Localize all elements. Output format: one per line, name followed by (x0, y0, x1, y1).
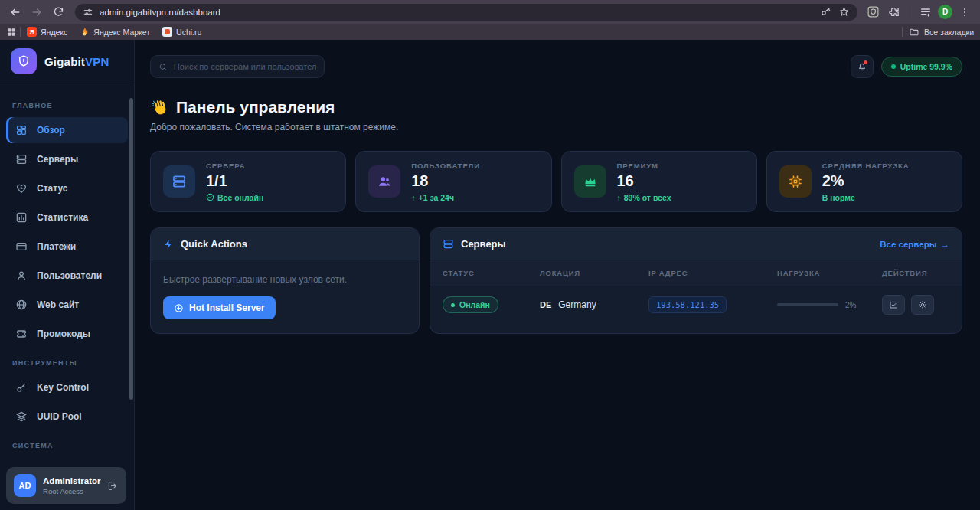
hot-install-server-button[interactable]: Hot Install Server (163, 296, 276, 319)
server-icon (15, 153, 28, 165)
location-name: Germany (558, 299, 596, 310)
kebab-menu-icon (959, 7, 970, 18)
sidebar-item-servers[interactable]: Серверы (6, 146, 128, 172)
servers-panel-header: Серверы Все серверы → (430, 228, 962, 260)
server-stats-button[interactable] (882, 295, 905, 315)
bookmarks-bar: Я Яндекс Яндекс Маркет Uchi.ru Все закла… (0, 24, 980, 40)
all-bookmarks-label: Все закладки (924, 28, 974, 37)
server-settings-button[interactable] (911, 295, 934, 315)
admin-avatar: AD (14, 474, 36, 497)
url-bar[interactable]: admin.gigabitvpn.ru/dashboard (75, 4, 858, 21)
server-icon (443, 238, 454, 250)
column-location: ЛОКАЦИЯ (540, 269, 648, 277)
sidebar-item-label: Web сайт (37, 299, 79, 310)
bookmark-label: Яндекс Маркет (93, 28, 150, 37)
bolt-icon (163, 239, 174, 250)
user-icon (15, 270, 28, 282)
arrow-up-icon: ↑ (411, 193, 415, 202)
sidebar-item-users[interactable]: Пользователи (6, 263, 128, 289)
main-content: Uptime 99.9% Панель управления Добро пож… (135, 40, 980, 510)
sidebar-item-label: Платежи (37, 241, 76, 252)
sidebar-scrollbar-thumb[interactable] (129, 98, 133, 400)
admin-meta: Administrator Root Access (43, 476, 100, 495)
passwords-key-icon[interactable] (820, 6, 832, 18)
sidebar-item-promocodes[interactable]: Промокоды (6, 321, 128, 347)
brand-logo[interactable]: GigabitVPN (0, 40, 134, 83)
shield-icon (17, 54, 31, 68)
search-input[interactable] (174, 62, 316, 71)
sidebar-item-payments[interactable]: Платежи (6, 234, 128, 260)
gear-icon (918, 300, 927, 309)
globe-icon (15, 299, 28, 311)
apps-grid-icon[interactable] (6, 27, 17, 38)
extensions-puzzle-icon[interactable] (887, 5, 900, 18)
market-flame-favicon (80, 27, 90, 37)
notification-dot (864, 60, 867, 64)
sidebar-item-key-control[interactable]: Key Control (6, 374, 128, 400)
bookmark-label: Uchi.ru (176, 28, 201, 37)
sidebar-item-website[interactable]: Web сайт (6, 292, 128, 318)
browser-toolbar: admin.gigabitvpn.ru/dashboard D (0, 0, 980, 24)
dashboard-grid-icon (15, 124, 28, 136)
search-icon (158, 62, 168, 72)
stat-value: 16 (617, 172, 671, 190)
servers-panel: Серверы Все серверы → СТАТУС ЛОКАЦИЯ IP … (430, 227, 962, 334)
yandex-favicon: Я (27, 27, 37, 37)
reload-button[interactable] (49, 3, 67, 21)
forward-arrow-icon (31, 6, 43, 18)
toolbar-divider (910, 6, 910, 18)
page-subtitle: Добро пожаловать. Система работает в шта… (150, 122, 962, 132)
stat-label: СРЕДНЯЯ НАГРУЗКА (822, 162, 910, 170)
bookmark-yandex-market[interactable]: Яндекс Маркет (80, 27, 150, 37)
brand-shield-box (11, 48, 37, 74)
sidebar-item-label: Обзор (37, 125, 65, 136)
cpu-stat-icon (779, 165, 812, 198)
browser-menu-button[interactable] (956, 3, 974, 21)
load-percent-label: 2% (845, 301, 856, 309)
sidebar-item-label: Пользователи (37, 270, 102, 281)
sidebar-item-overview[interactable]: Обзор (6, 117, 128, 143)
uptime-label: Uptime 99.9% (900, 62, 952, 71)
bookmark-star-icon[interactable] (838, 6, 850, 18)
arrow-up-icon: ↑ (617, 193, 621, 202)
sidebar-item-label: Промокоды (37, 329, 90, 339)
quick-actions-title: Quick Actions (181, 238, 247, 250)
stat-card-load: СРЕДНЯЯ НАГРУЗКА 2% В норме (766, 151, 962, 212)
bookmark-uchi[interactable]: Uchi.ru (162, 27, 201, 37)
uchi-favicon (162, 27, 172, 37)
all-bookmarks-button[interactable]: Все закладки (909, 27, 974, 38)
folder-icon (909, 27, 920, 38)
column-actions: ДЕЙСТВИЯ (882, 269, 949, 277)
sidebar-nav: ГЛАВНОЕ Обзор Серверы Статус Статистика … (0, 83, 134, 450)
sidebar: GigabitVPN ГЛАВНОЕ Обзор Серверы Статус … (0, 40, 135, 510)
adblock-shield-icon[interactable] (867, 5, 880, 18)
back-arrow-icon (9, 6, 21, 18)
page-title: Панель управления (150, 98, 962, 116)
load-progressbar (777, 303, 838, 306)
load-cell: 2% (777, 301, 882, 309)
forward-button[interactable] (28, 3, 46, 21)
sidebar-item-uuid-pool[interactable]: UUID Pool (6, 404, 128, 430)
logout-icon[interactable] (107, 480, 119, 492)
all-servers-link[interactable]: Все серверы → (880, 240, 949, 249)
servers-stat-icon (163, 165, 195, 198)
search-bar[interactable] (150, 55, 325, 78)
stat-sub: ↑ 89% от всех (617, 193, 671, 202)
bookmark-yandex[interactable]: Я Яндекс (27, 27, 67, 37)
admin-name: Administrator (43, 476, 100, 485)
stat-card-servers: СЕРВЕРА 1/1 Все онлайн (150, 151, 346, 212)
admin-profile-card[interactable]: AD Administrator Root Access (6, 467, 126, 504)
browser-profile-avatar[interactable]: D (938, 5, 952, 19)
sidebar-item-status[interactable]: Статус (6, 175, 128, 201)
side-panel-button[interactable] (916, 3, 935, 21)
stat-sub: В норме (822, 193, 910, 202)
key-icon (15, 381, 28, 394)
check-circle-icon (206, 193, 214, 201)
back-button[interactable] (6, 3, 24, 21)
sidebar-item-statistics[interactable]: Статистика (6, 204, 128, 230)
quick-actions-panel: Quick Actions Быстрое развертывание новы… (150, 227, 420, 334)
credit-card-icon (15, 240, 28, 253)
quick-actions-header: Quick Actions (151, 228, 419, 260)
panels-list-icon (920, 6, 932, 18)
notifications-button[interactable] (851, 55, 874, 78)
